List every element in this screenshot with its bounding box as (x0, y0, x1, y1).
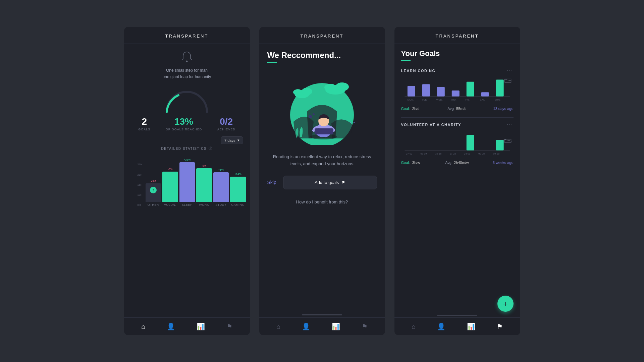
svg-point-4 (293, 89, 303, 95)
svg-text:SAT.: SAT. (480, 98, 485, 101)
svg-text:17-23: 17-23 (449, 152, 456, 155)
bar-gaming: +14% GAMING (230, 173, 246, 206)
bar-other: -25% ↑ OTHER (146, 179, 161, 206)
days-dropdown[interactable]: 7 days ▾ (221, 136, 243, 144)
nav3-chart-icon[interactable]: 📊 (467, 322, 475, 330)
skip-button[interactable]: Skip (267, 180, 276, 185)
add-goal-fab[interactable]: + (497, 296, 514, 312)
svg-point-7 (324, 84, 336, 91)
nav3-flag-icon[interactable]: ⚑ (497, 322, 503, 330)
svg-rect-15 (407, 86, 415, 96)
goal1-days-stat: 13 days ago (493, 107, 514, 111)
divider-1 (401, 117, 514, 118)
bar-study: +1% STUDY (213, 168, 229, 206)
goal1-goal-stat: Goal: 2h/d (401, 107, 420, 111)
stat-goals: 2 GOALS (138, 116, 150, 131)
screen2-header: TRANSPARENT (259, 27, 385, 44)
nav3-home-icon[interactable]: ⌂ (412, 323, 416, 330)
section-title: DETAILED STATISTICS ⓘ (124, 146, 250, 151)
goal1-chart: MON. TUE. WED. THU. FRI. SAT. SUN. (401, 77, 514, 104)
goal2-days-stat: 3 weeks ago (493, 161, 514, 165)
chevron-down-icon: ▾ (237, 138, 239, 142)
svg-text:02-08: 02-08 (478, 152, 485, 155)
stat-pct: 13% OF GOALS REACHED (166, 116, 202, 131)
svg-rect-20 (481, 92, 489, 97)
svg-text:24-01: 24-01 (464, 152, 470, 155)
goal2-chart: 27-02 03-09 10-16 17-23 24-01 02-08 09-1… (401, 131, 514, 158)
svg-text:27-02: 27-02 (406, 152, 412, 155)
screen2-nav: ⌂ 👤 📊 ⚑ (259, 317, 385, 335)
nav2-flag-icon[interactable]: ⚑ (362, 322, 368, 330)
goal1-menu[interactable]: ··· (507, 68, 513, 74)
screen1-header: TRANSPARENT (124, 27, 250, 44)
screen3-header: TRANSPARENT (394, 27, 520, 44)
screen3-content: Your Goals LEARN CODING ··· (394, 44, 520, 313)
screen3-page-title: Your Goals (401, 49, 514, 58)
screen-3: TRANSPARENT Your Goals LEARN CODING ··· (394, 27, 520, 335)
svg-rect-32 (466, 135, 474, 150)
benefit-link[interactable]: How do I benefit from this? (267, 199, 377, 204)
stat-achieved: 0/2 ACHIEVED (217, 116, 235, 131)
screen2-illustration (267, 70, 377, 147)
nav2-people-icon[interactable]: 👤 (302, 322, 310, 330)
screen3-underline (401, 60, 411, 61)
goal2-menu[interactable]: ··· (507, 122, 513, 128)
svg-rect-18 (451, 90, 459, 97)
screen-1: TRANSPARENT One small step for man one g… (124, 27, 250, 335)
goal2-footer: Goal: 3h/w Avg 2h40m/w 3 weeks ago (401, 161, 514, 165)
svg-rect-19 (466, 82, 474, 97)
goal1-header: LEARN CODING ··· (401, 68, 514, 74)
screen3-bottom-indicator (437, 315, 477, 316)
svg-text:TUE.: TUE. (422, 98, 427, 101)
svg-point-6 (335, 82, 349, 91)
screen2-description: Reading is an excellent way to relax, re… (267, 154, 377, 168)
title-underline (267, 62, 277, 63)
svg-text:09-15: 09-15 (493, 152, 499, 155)
screen1-quote: One small step for man one giant leap fo… (134, 67, 240, 80)
nav-people-icon[interactable]: 👤 (167, 322, 175, 330)
screen1-stats: 2 GOALS 13% OF GOALS REACHED 0/2 ACHIEVE… (124, 114, 250, 136)
svg-rect-13 (315, 128, 333, 134)
svg-text:MON.: MON. (407, 98, 414, 101)
nav3-people-icon[interactable]: 👤 (437, 322, 445, 330)
goal1-avg-stat: Avg 55m/d (446, 107, 466, 111)
goal2-goal-stat: Goal: 3h/w (401, 161, 420, 165)
screen1-title: TRANSPARENT (165, 34, 209, 39)
goal-card-2: VOLUNTEER AT A CHARITY ··· (401, 122, 514, 165)
bar-work: -8% WORK (196, 164, 212, 206)
svg-text:03-09: 03-09 (420, 152, 427, 155)
goal-card-1: LEARN CODING ··· (401, 68, 514, 111)
screen3-nav: ⌂ 👤 📊 ⚑ (394, 317, 520, 335)
svg-rect-16 (422, 84, 430, 97)
svg-point-0 (186, 61, 188, 62)
nav-home-icon[interactable]: ⌂ (141, 323, 145, 330)
info-icon: ⓘ (209, 146, 213, 151)
goal1-footer: Goal: 2h/d Avg 55m/d 13 days ago (401, 107, 514, 111)
add-to-goals-button[interactable]: Add to goals ⚑ (283, 176, 377, 189)
svg-text:THU.: THU. (450, 98, 456, 101)
svg-rect-21 (496, 80, 503, 97)
screen1-gauge (124, 87, 250, 114)
screen3-title: TRANSPARENT (436, 34, 479, 39)
nav2-home-icon[interactable]: ⌂ (276, 323, 280, 330)
svg-text:10-16: 10-16 (435, 152, 441, 155)
svg-point-3 (302, 88, 312, 95)
svg-text:WED.: WED. (436, 98, 442, 101)
nav2-chart-icon[interactable]: 📊 (332, 322, 340, 330)
svg-text:SUN.: SUN. (494, 98, 500, 101)
svg-rect-33 (496, 140, 503, 150)
bottom-indicator (302, 314, 342, 315)
nav-flag-icon[interactable]: ⚑ (226, 322, 232, 330)
nav-chart-icon[interactable]: 📊 (197, 322, 205, 330)
goal2-header: VOLUNTEER AT A CHARITY ··· (401, 122, 514, 128)
svg-point-9 (313, 113, 315, 115)
svg-point-8 (309, 115, 312, 118)
screen1-hero: One small step for man one giant leap fo… (124, 44, 250, 83)
screens-container: TRANSPARENT One small step for man one g… (124, 27, 520, 335)
svg-text:FRI.: FRI. (465, 98, 470, 101)
screen1-chart: 27H 21H 16H 13H 8H -25% ↑ (124, 153, 250, 317)
screen2-page-title: We Reccommend... (267, 51, 377, 60)
bell-icon (178, 51, 195, 64)
screen-2: TRANSPARENT We Reccommend... (259, 27, 385, 335)
screen2-content: We Reccommend... (259, 44, 385, 311)
